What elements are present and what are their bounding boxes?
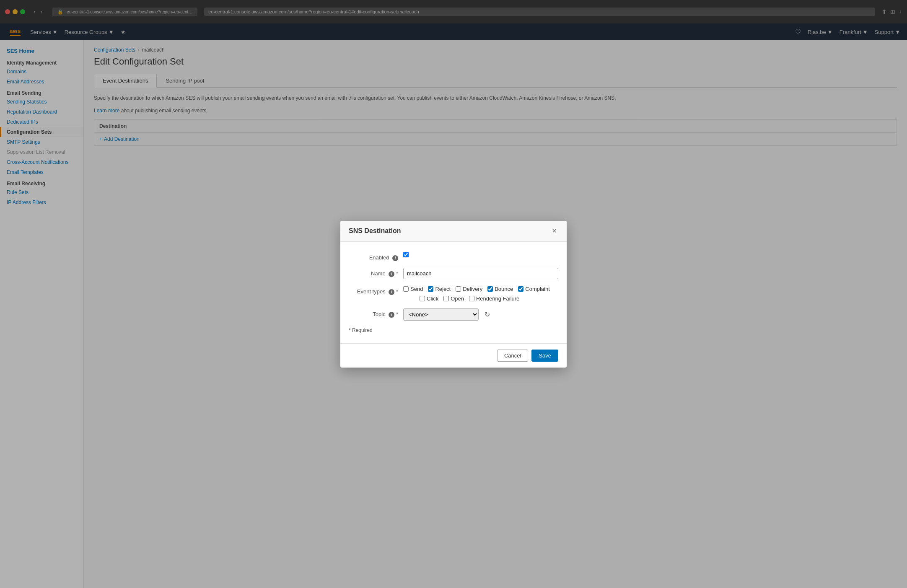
name-label: Name i (349, 268, 403, 277)
name-label-text: Name (371, 270, 386, 277)
complaint-checkbox[interactable] (518, 286, 523, 292)
event-rendering-failure[interactable]: Rendering Failure (469, 295, 519, 302)
rendering-failure-checkbox[interactable] (469, 296, 474, 301)
complaint-label: Complaint (525, 286, 550, 292)
save-button[interactable]: Save (531, 350, 558, 362)
topic-label: Topic i (349, 308, 403, 318)
name-info-icon[interactable]: i (389, 271, 394, 277)
bounce-label: Bounce (495, 286, 513, 292)
delivery-label: Delivery (463, 286, 482, 292)
click-checkbox[interactable] (420, 296, 425, 301)
required-note: * Required (349, 327, 558, 333)
enabled-info-icon[interactable]: i (392, 255, 398, 261)
topic-control: <None> ↻ (403, 308, 558, 321)
topic-select[interactable]: <None> (403, 308, 479, 321)
send-label: Send (410, 286, 423, 292)
send-checkbox[interactable] (403, 286, 409, 292)
topic-label-text: Topic (373, 311, 385, 317)
modal-overlay: SNS Destination × Enabled i Name i (0, 0, 907, 588)
enabled-control (403, 252, 558, 259)
bounce-checkbox[interactable] (487, 286, 493, 292)
open-checkbox[interactable] (443, 296, 449, 301)
enabled-checkbox[interactable] (403, 252, 409, 257)
event-types-control: Send Reject Delivery Bounce (403, 286, 558, 302)
modal-footer: Cancel Save (340, 343, 567, 368)
name-input[interactable] (403, 268, 558, 279)
cancel-button[interactable]: Cancel (497, 350, 528, 362)
modal-body: Enabled i Name i Event (340, 242, 567, 343)
event-complaint[interactable]: Complaint (518, 286, 550, 292)
topic-refresh-button[interactable]: ↻ (482, 309, 492, 320)
event-types-second-row: Click Open Rendering Failure (403, 295, 558, 302)
event-types-row: Event types i Send Reject (349, 286, 558, 302)
event-types-label-text: Event types (357, 288, 386, 295)
event-open[interactable]: Open (443, 295, 464, 302)
topic-info-icon[interactable]: i (389, 312, 394, 318)
open-label: Open (451, 295, 464, 302)
name-row: Name i (349, 268, 558, 279)
topic-input-row: <None> ↻ (403, 308, 558, 321)
name-control (403, 268, 558, 279)
event-types-label: Event types i (349, 286, 403, 295)
enabled-row: Enabled i (349, 252, 558, 261)
event-types-info-icon[interactable]: i (389, 289, 394, 295)
event-types-first-row: Send Reject Delivery Bounce (403, 286, 558, 292)
modal-header: SNS Destination × (340, 221, 567, 242)
enabled-label: Enabled i (349, 252, 403, 261)
reject-checkbox[interactable] (428, 286, 433, 292)
enabled-label-text: Enabled (369, 254, 389, 261)
event-click[interactable]: Click (420, 295, 438, 302)
event-bounce[interactable]: Bounce (487, 286, 513, 292)
modal-close-button[interactable]: × (550, 227, 558, 236)
delivery-checkbox[interactable] (456, 286, 461, 292)
reject-label: Reject (435, 286, 451, 292)
modal-title: SNS Destination (349, 227, 401, 235)
rendering-failure-label: Rendering Failure (476, 295, 519, 302)
topic-row: Topic i <None> ↻ (349, 308, 558, 321)
event-delivery[interactable]: Delivery (456, 286, 482, 292)
sns-destination-modal: SNS Destination × Enabled i Name i (340, 221, 567, 368)
event-send[interactable]: Send (403, 286, 423, 292)
click-label: Click (427, 295, 438, 302)
second-row-inner: Click Open Rendering Failure (420, 295, 519, 302)
event-reject[interactable]: Reject (428, 286, 451, 292)
